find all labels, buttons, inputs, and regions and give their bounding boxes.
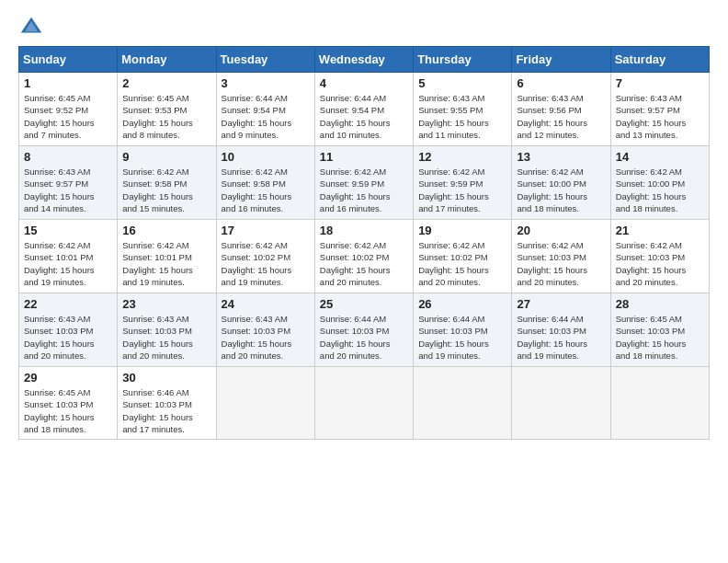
day-info: Sunrise: 6:43 AMSunset: 9:55 PMDaylight:… — [418, 92, 506, 141]
day-number: 17 — [222, 224, 310, 237]
day-number: 30 — [122, 371, 210, 385]
calendar-day-cell: 20Sunrise: 6:42 AMSunset: 10:03 PMDaylig… — [512, 220, 610, 293]
calendar-header-cell: Tuesday — [216, 47, 314, 73]
calendar-day-cell: 6Sunrise: 6:43 AMSunset: 9:56 PMDaylight… — [512, 73, 610, 146]
day-info: Sunrise: 6:42 AMSunset: 10:02 PMDaylight… — [222, 239, 310, 288]
day-number: 29 — [24, 371, 112, 385]
day-info: Sunrise: 6:42 AMSunset: 10:02 PMDaylight… — [320, 239, 408, 288]
calendar-day-cell: 26Sunrise: 6:44 AMSunset: 10:03 PMDaylig… — [414, 293, 512, 367]
day-info: Sunrise: 6:43 AMSunset: 9:57 PMDaylight:… — [616, 92, 704, 141]
calendar-day-cell: 22Sunrise: 6:43 AMSunset: 10:03 PMDaylig… — [19, 293, 118, 367]
calendar-day-cell: 13Sunrise: 6:42 AMSunset: 10:00 PMDaylig… — [512, 146, 610, 220]
day-info: Sunrise: 6:42 AMSunset: 9:59 PMDaylight:… — [418, 166, 506, 214]
calendar-day-cell: 5Sunrise: 6:43 AMSunset: 9:55 PMDaylight… — [414, 73, 512, 146]
day-number: 14 — [616, 150, 704, 164]
calendar-day-cell: 3Sunrise: 6:44 AMSunset: 9:54 PMDaylight… — [216, 73, 314, 146]
day-info: Sunrise: 6:43 AMSunset: 9:56 PMDaylight:… — [517, 92, 605, 141]
day-info: Sunrise: 6:42 AMSunset: 10:01 PMDaylight… — [122, 239, 210, 288]
calendar-header-cell: Monday — [118, 47, 216, 73]
day-number: 22 — [24, 297, 112, 311]
calendar-day-cell: 30Sunrise: 6:46 AMSunset: 10:03 PMDaylig… — [118, 367, 216, 440]
day-info: Sunrise: 6:43 AMSunset: 10:03 PMDaylight… — [122, 313, 210, 362]
day-info: Sunrise: 6:43 AMSunset: 10:03 PMDaylight… — [222, 313, 310, 362]
calendar-day-cell: 9Sunrise: 6:42 AMSunset: 9:58 PMDaylight… — [118, 146, 216, 220]
calendar-header-cell: Wednesday — [314, 47, 413, 73]
day-number: 10 — [222, 150, 310, 164]
day-info: Sunrise: 6:42 AMSunset: 10:02 PMDaylight… — [418, 239, 506, 288]
calendar-day-cell: 14Sunrise: 6:42 AMSunset: 10:00 PMDaylig… — [610, 146, 709, 220]
calendar-day-cell — [512, 367, 610, 440]
day-info: Sunrise: 6:44 AMSunset: 10:03 PMDaylight… — [418, 313, 506, 362]
logo-icon — [18, 15, 44, 40]
calendar-day-cell: 24Sunrise: 6:43 AMSunset: 10:03 PMDaylig… — [216, 293, 314, 367]
day-number: 6 — [517, 76, 605, 90]
day-number: 25 — [320, 297, 408, 311]
day-number: 12 — [418, 150, 506, 164]
calendar-header-cell: Thursday — [414, 47, 512, 73]
calendar-header-cell: Sunday — [19, 47, 118, 73]
calendar-day-cell: 19Sunrise: 6:42 AMSunset: 10:02 PMDaylig… — [414, 220, 512, 293]
day-info: Sunrise: 6:42 AMSunset: 10:00 PMDaylight… — [616, 166, 704, 214]
calendar-day-cell: 21Sunrise: 6:42 AMSunset: 10:03 PMDaylig… — [610, 220, 709, 293]
day-number: 20 — [517, 224, 605, 237]
day-number: 7 — [616, 76, 704, 90]
calendar-header-cell: Saturday — [610, 47, 709, 73]
calendar-day-cell: 1Sunrise: 6:45 AMSunset: 9:52 PMDaylight… — [19, 73, 118, 146]
day-number: 28 — [616, 297, 704, 311]
calendar-table: SundayMondayTuesdayWednesdayThursdayFrid… — [18, 46, 710, 440]
day-number: 23 — [122, 297, 210, 311]
calendar-week-row: 29Sunrise: 6:45 AMSunset: 10:03 PMDaylig… — [19, 367, 710, 440]
day-number: 16 — [122, 224, 210, 237]
calendar-day-cell: 23Sunrise: 6:43 AMSunset: 10:03 PMDaylig… — [118, 293, 216, 367]
calendar-day-cell: 25Sunrise: 6:44 AMSunset: 10:03 PMDaylig… — [314, 293, 413, 367]
day-number: 18 — [320, 224, 408, 237]
day-info: Sunrise: 6:44 AMSunset: 9:54 PMDaylight:… — [222, 92, 310, 141]
day-number: 2 — [122, 76, 210, 90]
calendar-week-row: 8Sunrise: 6:43 AMSunset: 9:57 PMDaylight… — [19, 146, 710, 220]
calendar-day-cell — [610, 367, 709, 440]
calendar-day-cell — [314, 367, 413, 440]
calendar-day-cell — [414, 367, 512, 440]
day-number: 8 — [24, 150, 112, 164]
day-number: 11 — [320, 150, 408, 164]
day-number: 21 — [616, 224, 704, 237]
day-info: Sunrise: 6:46 AMSunset: 10:03 PMDaylight… — [122, 386, 210, 435]
day-number: 13 — [517, 150, 605, 164]
day-info: Sunrise: 6:45 AMSunset: 9:52 PMDaylight:… — [24, 92, 112, 141]
day-number: 15 — [24, 224, 112, 237]
day-info: Sunrise: 6:43 AMSunset: 10:03 PMDaylight… — [24, 313, 112, 362]
day-info: Sunrise: 6:42 AMSunset: 9:58 PMDaylight:… — [222, 166, 310, 214]
day-info: Sunrise: 6:42 AMSunset: 9:59 PMDaylight:… — [320, 166, 408, 214]
day-info: Sunrise: 6:42 AMSunset: 10:00 PMDaylight… — [517, 166, 605, 214]
header — [18, 15, 710, 40]
day-number: 26 — [418, 297, 506, 311]
day-number: 4 — [320, 76, 408, 90]
day-number: 3 — [222, 76, 310, 90]
logo — [18, 15, 48, 40]
calendar-day-cell: 10Sunrise: 6:42 AMSunset: 9:58 PMDayligh… — [216, 146, 314, 220]
calendar-day-cell: 2Sunrise: 6:45 AMSunset: 9:53 PMDaylight… — [118, 73, 216, 146]
day-number: 19 — [418, 224, 506, 237]
day-number: 9 — [122, 150, 210, 164]
day-info: Sunrise: 6:43 AMSunset: 9:57 PMDaylight:… — [24, 166, 112, 214]
calendar-day-cell: 29Sunrise: 6:45 AMSunset: 10:03 PMDaylig… — [19, 367, 118, 440]
day-info: Sunrise: 6:45 AMSunset: 10:03 PMDaylight… — [24, 386, 112, 435]
day-number: 27 — [517, 297, 605, 311]
day-number: 24 — [222, 297, 310, 311]
calendar-day-cell — [216, 367, 314, 440]
day-info: Sunrise: 6:44 AMSunset: 10:03 PMDaylight… — [320, 313, 408, 362]
calendar-week-row: 1Sunrise: 6:45 AMSunset: 9:52 PMDaylight… — [19, 73, 710, 146]
calendar-week-row: 22Sunrise: 6:43 AMSunset: 10:03 PMDaylig… — [19, 293, 710, 367]
day-info: Sunrise: 6:42 AMSunset: 9:58 PMDaylight:… — [122, 166, 210, 214]
calendar-header-row: SundayMondayTuesdayWednesdayThursdayFrid… — [19, 47, 710, 73]
day-info: Sunrise: 6:42 AMSunset: 10:01 PMDaylight… — [24, 239, 112, 288]
day-info: Sunrise: 6:44 AMSunset: 9:54 PMDaylight:… — [320, 92, 408, 141]
calendar-header-cell: Friday — [512, 47, 610, 73]
day-info: Sunrise: 6:44 AMSunset: 10:03 PMDaylight… — [517, 313, 605, 362]
day-info: Sunrise: 6:42 AMSunset: 10:03 PMDaylight… — [616, 239, 704, 288]
calendar-day-cell: 17Sunrise: 6:42 AMSunset: 10:02 PMDaylig… — [216, 220, 314, 293]
calendar-day-cell: 7Sunrise: 6:43 AMSunset: 9:57 PMDaylight… — [610, 73, 709, 146]
calendar-day-cell: 11Sunrise: 6:42 AMSunset: 9:59 PMDayligh… — [314, 146, 413, 220]
calendar-week-row: 15Sunrise: 6:42 AMSunset: 10:01 PMDaylig… — [19, 220, 710, 293]
day-number: 5 — [418, 76, 506, 90]
